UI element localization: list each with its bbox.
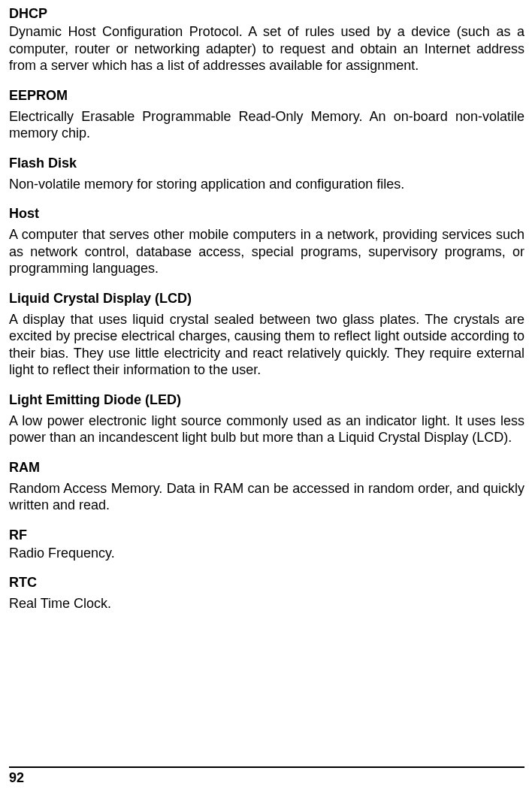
glossary-term: Host <box>9 206 524 222</box>
glossary-term: RF <box>9 527 524 543</box>
glossary-term: Flash Disk <box>9 156 524 171</box>
glossary-definition: Electrically Erasable Programmable Read-… <box>9 108 524 142</box>
glossary-definition: A display that uses liquid crystal seale… <box>9 311 524 379</box>
glossary-term: Liquid Crystal Display (LCD) <box>9 291 524 307</box>
glossary-term: Light Emitting Diode (LED) <box>9 392 524 408</box>
glossary-definition: Real Time Clock. <box>9 595 524 612</box>
page-footer: 92 <box>9 766 524 786</box>
glossary-term: EEPROM <box>9 88 524 104</box>
page-content: DHCP Dynamic Host Configuration Protocol… <box>0 0 532 804</box>
glossary-term: RAM <box>9 460 524 476</box>
glossary-definition: Radio Frequency. <box>9 545 524 562</box>
glossary-definition: A low power electronic light source comm… <box>9 413 524 446</box>
glossary-definition: Non-volatile memory for storing applicat… <box>9 176 524 193</box>
glossary-definition: Random Access Memory. Data in RAM can be… <box>9 480 524 514</box>
glossary-definition: A computer that serves other mobile comp… <box>9 226 524 277</box>
glossary-term: DHCP <box>9 6 524 22</box>
page-number: 92 <box>9 770 24 786</box>
glossary-term: RTC <box>9 575 524 591</box>
glossary-definition: Dynamic Host Configuration Protocol. A s… <box>9 23 524 74</box>
